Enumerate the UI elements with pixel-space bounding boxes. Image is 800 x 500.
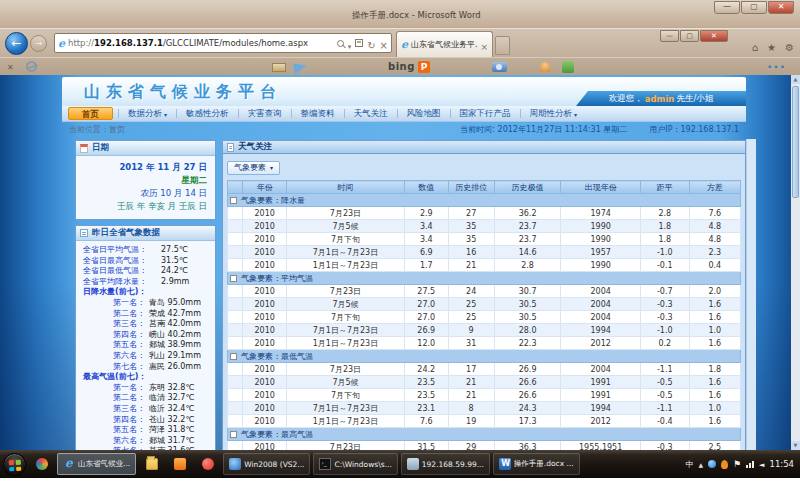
nav-item-0[interactable]: 首页 xyxy=(68,107,113,120)
column-header: 历史极值 xyxy=(494,181,561,194)
table-cell: 4.8 xyxy=(689,233,740,246)
nav-item-3[interactable]: 灾害查询 xyxy=(239,108,291,120)
mail-icon[interactable] xyxy=(272,63,286,72)
nav-item-label: 数据分析 xyxy=(128,108,162,120)
volume-icon[interactable] xyxy=(759,460,764,469)
taskbar-window[interactable]: Win2008 (VS2... xyxy=(223,453,310,475)
table-cell: 2012 xyxy=(561,415,641,428)
taskbar-window[interactable]: C:\Windows\s... xyxy=(313,453,397,475)
tray-app-icon[interactable] xyxy=(708,460,716,468)
background-window-controls: — ▢ ✕ xyxy=(714,1,794,14)
table-cell: 1月1日～7月23日 xyxy=(286,337,404,350)
table-row: 20107月下旬3.43523.719901.84.8 xyxy=(228,233,741,246)
table-cell: -1.0 xyxy=(640,246,689,259)
stop-icon[interactable] xyxy=(380,34,388,53)
forward-button[interactable]: → xyxy=(30,35,47,52)
scroll-up-icon[interactable]: ▲ xyxy=(791,75,800,84)
column-header: 数值 xyxy=(404,181,448,194)
minimize-button[interactable]: — xyxy=(714,1,740,14)
taskbar-window[interactable]: 山东省气候业... xyxy=(57,453,136,475)
toolbar-logo-icon[interactable] xyxy=(26,61,37,72)
refresh-icon[interactable] xyxy=(367,34,375,53)
taskbar-app-orange-icon[interactable] xyxy=(167,453,192,475)
rank-section-title: 最高气温(前七)： xyxy=(83,372,213,383)
table-cell: 2.3 xyxy=(689,246,740,259)
table-body: 气象要素：降水量20107月23日2.92736.219742.87.62010… xyxy=(228,194,741,451)
ime-indicator[interactable]: 中 xyxy=(685,459,693,470)
weather-focus-title: 天气关注 xyxy=(238,141,272,153)
camera-icon[interactable] xyxy=(492,62,507,72)
maximize-button[interactable]: ▢ xyxy=(680,30,699,42)
show-hidden-icons[interactable] xyxy=(698,460,703,469)
nav-item-2[interactable]: 敏感性分析 xyxy=(177,108,238,120)
nav-item-5[interactable]: 天气关注 xyxy=(345,108,397,120)
table-cell: 7月23日 xyxy=(286,285,404,298)
tray-flame-icon[interactable] xyxy=(721,460,728,469)
network-icon[interactable] xyxy=(746,461,754,468)
scrollbar-thumb[interactable] xyxy=(792,86,799,198)
nav-item-4[interactable]: 整编资料 xyxy=(292,108,344,120)
row-cell-blank xyxy=(228,324,243,337)
column-header: 距平 xyxy=(640,181,689,194)
back-button[interactable]: ← xyxy=(5,32,28,55)
taskbar-app-colorful-icon[interactable] xyxy=(29,453,54,475)
close-button[interactable]: ✕ xyxy=(768,1,794,14)
nav-item-6[interactable]: 风险地图 xyxy=(398,108,450,120)
nav-item-8[interactable]: 周期性分析 xyxy=(521,108,587,120)
bing-logo[interactable]: bing xyxy=(388,61,415,72)
ganzhi-date: 壬辰 年 辛亥 月 壬辰 日 xyxy=(80,200,207,213)
table-cell: 7月5候 xyxy=(286,220,404,233)
url-dropdown-icon[interactable] xyxy=(348,34,352,53)
elements-dropdown-button[interactable]: 气象要素 xyxy=(227,161,280,175)
toolbar-close-icon[interactable]: ✕ xyxy=(7,63,14,72)
compatibility-view-icon[interactable] xyxy=(355,39,363,47)
person-icon[interactable] xyxy=(540,62,550,72)
row-cell-blank xyxy=(228,220,243,233)
tab-close-icon[interactable] xyxy=(480,35,488,54)
table-cell: 30.7 xyxy=(494,285,561,298)
taskbar-window[interactable]: 操作手册.docx ... xyxy=(493,453,580,475)
webpage: 山东省气候业务平台 欢迎您，admin先生/小姐 首页数据分析敏感性分析灾害查询… xyxy=(62,77,746,450)
clock[interactable]: 11:54 xyxy=(770,459,795,469)
ie-icon xyxy=(63,458,75,470)
taskbar-window[interactable]: 192.168.59.99... xyxy=(401,453,490,475)
address-bar[interactable]: e http://192.168.137.1/GLCCLIMATE/module… xyxy=(54,33,392,53)
p-badge-icon[interactable]: P xyxy=(418,61,430,73)
nav-item-7[interactable]: 国家下行产品 xyxy=(451,108,520,120)
tools-gear-icon[interactable]: ⚙ xyxy=(785,42,794,53)
addon-icon[interactable] xyxy=(562,61,574,73)
start-button[interactable] xyxy=(3,453,26,476)
action-center-flag-icon[interactable] xyxy=(733,459,741,469)
home-icon[interactable]: ⌂ xyxy=(752,42,758,53)
screen-margin xyxy=(0,478,800,500)
maximize-button[interactable]: ▢ xyxy=(741,1,767,14)
group-checkbox[interactable] xyxy=(230,353,237,360)
favorites-star-icon[interactable]: ★ xyxy=(767,42,776,53)
close-button[interactable]: ✕ xyxy=(700,30,728,42)
vertical-scrollbar[interactable]: ▲ ▼ xyxy=(791,75,800,450)
scroll-down-icon[interactable]: ▼ xyxy=(791,441,800,450)
rank-item: 第三名：临沂 32.4℃ xyxy=(83,404,213,415)
table-cell: 2010 xyxy=(243,337,287,350)
nav-item-1[interactable]: 数据分析 xyxy=(119,108,176,120)
search-icon[interactable] xyxy=(337,40,344,47)
nav-item-label: 天气关注 xyxy=(354,108,388,120)
taskbar-app-red-icon[interactable] xyxy=(195,453,220,475)
group-checkbox[interactable] xyxy=(230,275,237,282)
browser-tab[interactable]: e 山东省气候业务平... xyxy=(396,31,493,57)
stat-value: 24.2℃ xyxy=(161,266,188,277)
table-cell: 1.6 xyxy=(689,376,740,389)
table-row: 20107月23日27.52430.72004-0.72.0 xyxy=(228,285,741,298)
table-cell: 23.7 xyxy=(494,233,561,246)
gregorian-date: 2012 年 11 月 27 日 xyxy=(80,161,207,174)
send-icon[interactable] xyxy=(293,61,308,74)
group-checkbox[interactable] xyxy=(230,197,237,204)
rank-item: 第七名：惠民 26.0mm xyxy=(83,362,213,373)
table-cell: 25 xyxy=(448,311,494,324)
minimize-button[interactable]: — xyxy=(660,30,679,42)
more-options-icon[interactable]: ••• xyxy=(767,62,786,72)
new-tab-button[interactable] xyxy=(495,36,510,55)
group-checkbox[interactable] xyxy=(230,431,237,438)
table-cell: 30.5 xyxy=(494,311,561,324)
taskbar-folder-icon[interactable] xyxy=(139,453,164,475)
